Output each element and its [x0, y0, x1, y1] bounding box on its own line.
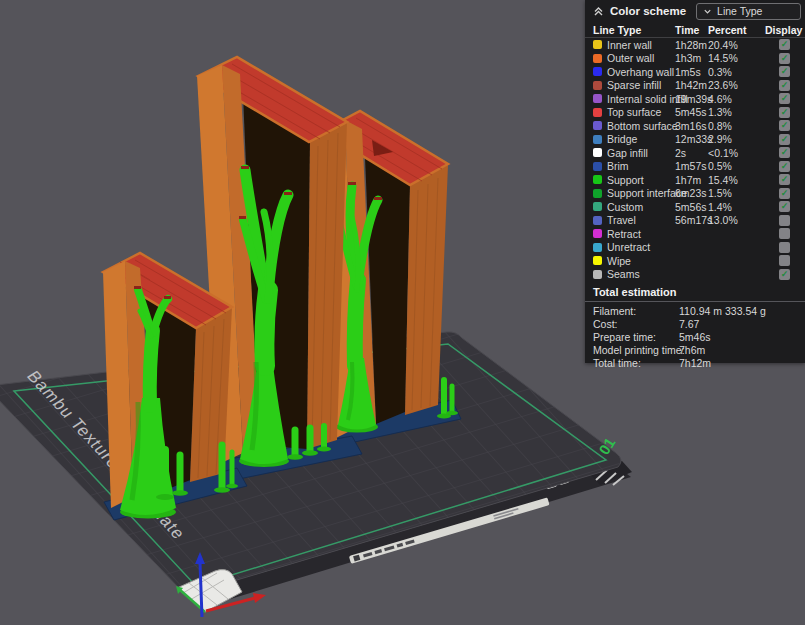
table-row: Bridge 12m33s 2.9% — [585, 133, 805, 147]
line-type-label: Bottom surface — [607, 120, 675, 132]
line-type-label: Retract — [607, 228, 675, 240]
table-row: Outer wall 1h3m 14.5% — [585, 52, 805, 66]
line-type-table: Inner wall 1h28m 20.4% Outer wall 1h3m 1… — [585, 38, 805, 281]
total-label: Filament: — [593, 305, 679, 317]
line-type-time: 1m5s — [675, 66, 708, 78]
line-type-percent: <0.1% — [708, 147, 765, 159]
display-checkbox[interactable] — [779, 228, 790, 239]
line-type-time: 3m16s — [675, 120, 708, 132]
line-type-color-swatch — [593, 108, 602, 117]
table-row: Custom 5m56s 1.4% — [585, 200, 805, 214]
total-label: Model printing time: — [593, 344, 679, 356]
table-row: Support 1h7m 15.4% — [585, 173, 805, 187]
display-checkbox[interactable] — [779, 255, 790, 266]
display-checkbox[interactable] — [779, 107, 790, 118]
col-time: Time — [675, 24, 708, 36]
line-type-color-swatch — [593, 148, 602, 157]
line-type-label: Inner wall — [607, 39, 675, 51]
line-type-time: 1h3m — [675, 52, 708, 64]
line-type-label: Unretract — [607, 241, 675, 253]
total-value: 5m46s — [679, 331, 725, 343]
line-type-color-swatch — [593, 175, 602, 184]
table-row: Travel 56m17s 13.0% — [585, 214, 805, 228]
total-row: Total time: 7h12m — [585, 356, 805, 369]
display-checkbox[interactable] — [779, 161, 790, 172]
chevron-down-icon — [703, 7, 712, 16]
total-row: Model printing time: 7h6m — [585, 343, 805, 356]
line-type-color-swatch — [593, 94, 602, 103]
line-type-label: Seams — [607, 268, 675, 280]
display-checkbox[interactable] — [779, 201, 790, 212]
total-row: Prepare time: 5m46s — [585, 330, 805, 343]
line-type-percent: 23.6% — [708, 79, 765, 91]
line-type-time: 1h28m — [675, 39, 708, 51]
line-type-color-swatch — [593, 162, 602, 171]
line-type-color-swatch — [593, 243, 602, 252]
line-type-label: Overhang wall — [607, 66, 675, 78]
table-row: Sparse infill 1h42m 23.6% — [585, 79, 805, 93]
line-type-color-swatch — [593, 135, 602, 144]
line-type-label: Bridge — [607, 133, 675, 145]
display-checkbox[interactable] — [779, 93, 790, 104]
line-type-color-swatch — [593, 229, 602, 238]
display-checkbox[interactable] — [779, 80, 790, 91]
display-checkbox[interactable] — [779, 39, 790, 50]
display-checkbox[interactable] — [779, 120, 790, 131]
view-type-dropdown[interactable]: Line Type — [696, 3, 801, 20]
table-row: Overhang wall 1m5s 0.3% — [585, 65, 805, 79]
total-label: Cost: — [593, 318, 679, 330]
total-label: Total time: — [593, 357, 679, 369]
line-type-percent: 14.5% — [708, 52, 765, 64]
view-type-value: Line Type — [717, 5, 762, 17]
table-column-headers: Line Type Time Percent Display — [585, 22, 805, 38]
line-type-time: 1h42m — [675, 79, 708, 91]
table-row: Inner wall 1h28m 20.4% — [585, 38, 805, 52]
col-line-type: Line Type — [585, 24, 675, 36]
line-type-color-swatch — [593, 81, 602, 90]
display-checkbox[interactable] — [779, 188, 790, 199]
line-type-label: Brim — [607, 160, 675, 172]
line-type-percent: 1.3% — [708, 106, 765, 118]
color-scheme-panel: Color scheme Line Type Line Type Time Pe… — [585, 0, 805, 363]
line-type-percent: 20.4% — [708, 39, 765, 51]
table-row: Seams — [585, 268, 805, 282]
display-checkbox[interactable] — [779, 66, 790, 77]
line-type-label: Outer wall — [607, 52, 675, 64]
panel-header: Color scheme Line Type — [585, 0, 805, 22]
line-type-percent: 0.3% — [708, 66, 765, 78]
line-type-time: 19m39s — [675, 93, 708, 105]
line-type-time: 5m56s — [675, 201, 708, 213]
line-type-percent: 1.5% — [708, 187, 765, 199]
total-value: 110.94 m — [679, 305, 725, 317]
total-label: Prepare time: — [593, 331, 679, 343]
col-display: Display — [765, 24, 805, 36]
line-type-color-swatch — [593, 256, 602, 265]
display-checkbox[interactable] — [779, 147, 790, 158]
table-row: Support interface 6m23s 1.5% — [585, 187, 805, 201]
collapse-icon[interactable] — [593, 6, 604, 17]
panel-title: Color scheme — [610, 5, 686, 17]
col-percent: Percent — [708, 24, 765, 36]
display-checkbox[interactable] — [779, 134, 790, 145]
line-type-time: 12m33s — [675, 133, 708, 145]
line-type-color-swatch — [593, 54, 602, 63]
line-type-label: Wipe — [607, 255, 675, 267]
display-checkbox[interactable] — [779, 53, 790, 64]
display-checkbox[interactable] — [779, 174, 790, 185]
line-type-label: Top surface — [607, 106, 675, 118]
line-type-label: Sparse infill — [607, 79, 675, 91]
divider — [585, 301, 805, 302]
line-type-time: 1m57s — [675, 160, 708, 172]
line-type-percent: 0.8% — [708, 120, 765, 132]
line-type-label: Support interface — [607, 187, 675, 199]
display-checkbox[interactable] — [779, 269, 790, 280]
total-value-2: 333.54 g — [725, 305, 805, 317]
display-checkbox[interactable] — [779, 242, 790, 253]
line-type-time: 1h7m — [675, 174, 708, 186]
line-type-percent: 2.9% — [708, 133, 765, 145]
table-row: Top surface 5m45s 1.3% — [585, 106, 805, 120]
display-checkbox[interactable] — [779, 215, 790, 226]
table-row: Retract — [585, 227, 805, 241]
line-type-percent: 4.6% — [708, 93, 765, 105]
table-row: Gap infill 2s <0.1% — [585, 146, 805, 160]
